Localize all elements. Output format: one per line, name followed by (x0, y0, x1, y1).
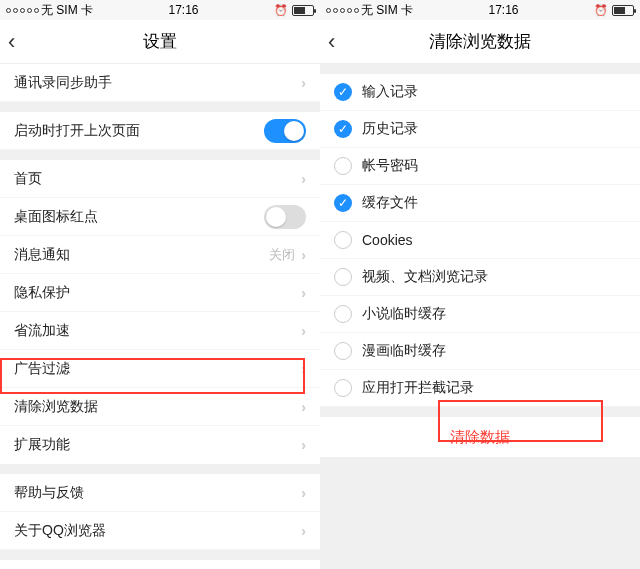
page-title: 设置 (143, 30, 177, 53)
nav-bar: ‹ 清除浏览数据 (320, 20, 640, 64)
check-label: 视频、文档浏览记录 (362, 268, 488, 286)
row-label: 启动时打开上次页面 (14, 122, 140, 140)
clear-data-pane: 无 SIM 卡 17:16 ⏰ ‹ 清除浏览数据 ✓输入记录✓历史记录帐号密码✓… (320, 0, 640, 569)
clear-data-button[interactable]: 清除数据 (320, 417, 640, 457)
check-label: 应用打开拦截记录 (362, 379, 474, 397)
check-row[interactable]: Cookies (320, 222, 640, 259)
check-label: 缓存文件 (362, 194, 418, 212)
settings-row[interactable]: 广告过滤› (0, 350, 320, 388)
checkbox-checked-icon[interactable]: ✓ (334, 194, 352, 212)
chevron-right-icon: › (301, 523, 306, 539)
reset-defaults-button[interactable]: 恢复默认设置 (0, 560, 320, 569)
checkbox-unchecked-icon[interactable] (334, 157, 352, 175)
chevron-right-icon: › (301, 75, 306, 91)
settings-row[interactable]: 隐私保护› (0, 274, 320, 312)
check-row[interactable]: ✓输入记录 (320, 74, 640, 111)
check-label: 历史记录 (362, 120, 418, 138)
check-label: 帐号密码 (362, 157, 418, 175)
checkbox-unchecked-icon[interactable] (334, 379, 352, 397)
check-row[interactable]: 视频、文档浏览记录 (320, 259, 640, 296)
carrier-label: 无 SIM 卡 (361, 2, 413, 19)
row-label: 通讯录同步助手 (14, 74, 112, 92)
status-bar: 无 SIM 卡 17:16 ⏰ (320, 0, 640, 20)
chevron-right-icon: › (301, 485, 306, 501)
chevron-right-icon: › (301, 285, 306, 301)
settings-row[interactable]: 桌面图标红点 (0, 198, 320, 236)
settings-row[interactable]: 扩展功能› (0, 426, 320, 464)
checkbox-unchecked-icon[interactable] (334, 342, 352, 360)
checkbox-unchecked-icon[interactable] (334, 305, 352, 323)
chevron-right-icon: › (301, 437, 306, 453)
row-label: 桌面图标红点 (14, 208, 98, 226)
toggle-switch[interactable] (264, 119, 306, 143)
chevron-right-icon: › (301, 323, 306, 339)
row-label: 隐私保护 (14, 284, 70, 302)
back-icon[interactable]: ‹ (8, 29, 15, 55)
nav-bar: ‹ 设置 (0, 20, 320, 64)
row-about-qq[interactable]: 关于QQ浏览器 › (0, 512, 320, 550)
check-label: 小说临时缓存 (362, 305, 446, 323)
alarm-icon: ⏰ (594, 4, 608, 17)
row-open-last-page[interactable]: 启动时打开上次页面 (0, 112, 320, 150)
row-label: 广告过滤 (14, 360, 70, 378)
checkbox-unchecked-icon[interactable] (334, 231, 352, 249)
settings-row[interactable]: 省流加速› (0, 312, 320, 350)
chevron-right-icon: › (301, 247, 306, 263)
row-label: 帮助与反馈 (14, 484, 84, 502)
chevron-right-icon: › (301, 171, 306, 187)
check-label: 漫画临时缓存 (362, 342, 446, 360)
settings-pane: 无 SIM 卡 17:16 ⏰ ‹ 设置 通讯录同步助手 › 启动时打开上次页面… (0, 0, 320, 569)
check-label: 输入记录 (362, 83, 418, 101)
row-label: 省流加速 (14, 322, 70, 340)
check-row[interactable]: 漫画临时缓存 (320, 333, 640, 370)
row-label: 首页 (14, 170, 42, 188)
back-icon[interactable]: ‹ (328, 29, 335, 55)
clock-label: 17:16 (168, 3, 198, 17)
carrier-label: 无 SIM 卡 (41, 2, 93, 19)
settings-row[interactable]: 首页› (0, 160, 320, 198)
chevron-right-icon: › (301, 399, 306, 415)
row-label: 消息通知 (14, 246, 70, 264)
chevron-right-icon: › (301, 361, 306, 377)
checkbox-checked-icon[interactable]: ✓ (334, 120, 352, 138)
check-row[interactable]: 小说临时缓存 (320, 296, 640, 333)
checkbox-unchecked-icon[interactable] (334, 268, 352, 286)
toggle-switch[interactable] (264, 205, 306, 229)
checkbox-checked-icon[interactable]: ✓ (334, 83, 352, 101)
clock-label: 17:16 (488, 3, 518, 17)
check-row[interactable]: ✓缓存文件 (320, 185, 640, 222)
alarm-icon: ⏰ (274, 4, 288, 17)
settings-row[interactable]: 清除浏览数据› (0, 388, 320, 426)
row-detail: 关闭 (269, 246, 295, 264)
battery-icon (612, 5, 634, 16)
row-label: 关于QQ浏览器 (14, 522, 106, 540)
check-row[interactable]: 帐号密码 (320, 148, 640, 185)
page-title: 清除浏览数据 (429, 30, 531, 53)
row-label: 扩展功能 (14, 436, 70, 454)
row-help-feedback[interactable]: 帮助与反馈 › (0, 474, 320, 512)
battery-icon (292, 5, 314, 16)
settings-row[interactable]: 消息通知关闭› (0, 236, 320, 274)
check-row[interactable]: ✓历史记录 (320, 111, 640, 148)
check-label: Cookies (362, 232, 413, 248)
check-row[interactable]: 应用打开拦截记录 (320, 370, 640, 407)
row-contacts-sync[interactable]: 通讯录同步助手 › (0, 64, 320, 102)
row-label: 清除浏览数据 (14, 398, 98, 416)
status-bar: 无 SIM 卡 17:16 ⏰ (0, 0, 320, 20)
